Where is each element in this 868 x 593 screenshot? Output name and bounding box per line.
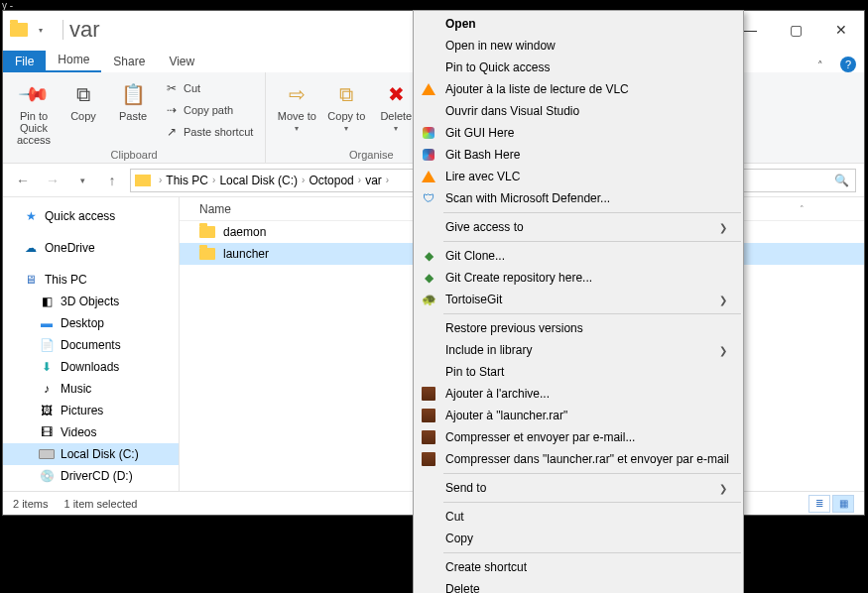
nav-label: Pictures [61,404,103,417]
back-button[interactable]: ← [11,169,35,192]
ctx-add-rar[interactable]: Ajouter à "launcher.rar" [414,405,743,426]
up-button[interactable]: ↑ [100,169,124,192]
pin-label: Pin to Quick access [11,110,57,146]
nav-pictures[interactable]: 🖼Pictures [3,400,179,421]
ctx-git-clone[interactable]: ◆Git Clone... [414,245,743,267]
cut-button[interactable]: ✂Cut [160,78,257,98]
copy-button[interactable]: ⧉ Copy [61,76,106,122]
tab-home[interactable]: Home [46,49,101,72]
nav-local-disk[interactable]: Local Disk (C:) [3,443,179,465]
ctx-delete[interactable]: Delete [414,578,743,593]
nav-music[interactable]: ♪Music [3,378,179,400]
nav-desktop[interactable]: ▬Desktop [3,312,179,334]
ctx-git-gui[interactable]: Git GUI Here [414,122,743,144]
copy-to-label: Copy to [327,110,365,122]
breadcrumb[interactable]: Octopod [309,174,353,187]
ctx-defender[interactable]: 🛡Scan with Microsoft Defender... [414,187,743,209]
copy-path-button[interactable]: ⇢Copy path [160,100,257,120]
help-icon[interactable]: ? [840,57,856,72]
pin-icon: 📌 [20,80,48,108]
ctx-label: Ajouter à "launcher.rar" [445,409,567,422]
ctx-pin-quick-access[interactable]: Pin to Quick access [414,57,743,78]
ctx-label: Include in library [445,343,532,357]
tab-file[interactable]: File [3,51,46,72]
copy-icon: ⧉ [69,80,97,108]
folder-icon [135,175,151,186]
maximize-button[interactable]: ▢ [773,15,818,45]
scissors-icon: ✂ [164,80,180,96]
paste-shortcut-button[interactable]: ↗Paste shortcut [160,122,257,142]
ctx-vlc-play[interactable]: Lire avec VLC [414,166,743,187]
ctx-label: Scan with Microsoft Defender... [445,191,610,205]
breadcrumb[interactable]: var [365,174,382,187]
search-icon: 🔍 [834,174,849,187]
breadcrumb[interactable]: This PC [166,174,208,187]
forward-button[interactable]: → [41,169,64,192]
nav-onedrive[interactable]: ☁OneDrive [3,237,179,259]
ctx-copy[interactable]: Copy [414,528,743,549]
window-title: var [69,17,100,43]
pin-to-quick-access-button[interactable]: 📌 Pin to Quick access [11,76,57,146]
qat-dropdown-icon[interactable]: ▾ [31,20,51,40]
tab-view[interactable]: View [157,51,206,72]
ctx-compress-email[interactable]: Compresser et envoyer par e-mail... [414,426,743,448]
nav-drivercd[interactable]: 💿DriverCD (D:) [3,465,179,487]
star-icon: ★ [23,209,39,223]
move-to-label: Move to [278,110,316,122]
ctx-restore[interactable]: Restore previous versions [414,317,743,339]
ctx-open[interactable]: Open [414,13,743,35]
ctx-git-create[interactable]: ◆Git Create repository here... [414,267,743,289]
pc-icon: 🖥 [23,273,39,287]
ctx-visual-studio[interactable]: Ouvrir dans Visual Studio [414,100,743,122]
ctx-give-access[interactable]: Give access to❯ [414,216,743,238]
tab-share[interactable]: Share [101,51,157,72]
nav-downloads[interactable]: ⬇Downloads [3,356,179,378]
breadcrumb[interactable]: Local Disk (C:) [219,174,298,187]
ctx-include-library[interactable]: Include in library❯ [414,339,743,361]
close-button[interactable]: ✕ [818,15,864,45]
drive-icon [39,447,55,461]
ctx-create-shortcut[interactable]: Create shortcut [414,556,743,578]
ctx-send-to[interactable]: Send to❯ [414,477,743,499]
view-large-icons-icon[interactable]: ▦ [832,495,854,513]
nav-this-pc[interactable]: 🖥This PC [3,269,179,291]
ctx-add-archive[interactable]: Ajouter à l'archive... [414,383,743,405]
nav-documents[interactable]: 📄Documents [3,334,179,356]
context-menu: Open Open in new window Pin to Quick acc… [413,10,744,593]
copy-to-button[interactable]: ⧉ Copy to ▾ [323,76,369,133]
ctx-git-bash[interactable]: Git Bash Here [414,144,743,166]
ctx-pin-start[interactable]: Pin to Start [414,361,743,383]
git-gui-icon [420,124,437,142]
ctx-cut[interactable]: Cut [414,506,743,528]
tortoise-icon: ◆ [420,269,437,287]
ctx-label: Ajouter à l'archive... [445,387,550,401]
ctx-label: Give access to [445,220,524,234]
nav-label: Quick access [45,209,115,223]
nav-3d-objects[interactable]: ◧3D Objects [3,291,179,312]
nav-videos[interactable]: 🎞Videos [3,421,179,443]
rar-icon [420,407,437,424]
item-count: 2 items [13,498,48,510]
item-name: launcher [223,247,269,261]
vlc-icon [420,168,437,185]
nav-label: 3D Objects [61,295,119,308]
rar-icon [420,428,437,446]
separator [443,241,741,242]
paste-button[interactable]: 📋 Paste [110,76,156,122]
ctx-open-new-window[interactable]: Open in new window [414,35,743,57]
folder-icon [199,226,215,238]
ctx-compress-rar-email[interactable]: Compresser dans "launcher.rar" et envoye… [414,448,743,470]
ctx-tortoisegit[interactable]: 🐢TortoiseGit❯ [414,289,743,310]
move-to-button[interactable]: ⇨ Move to ▾ [274,76,319,133]
ribbon-collapse-icon[interactable]: ˄ [808,59,832,72]
copy-path-icon: ⇢ [164,102,180,118]
recent-locations-button[interactable]: ▾ [70,169,94,192]
column-name[interactable]: Name [199,202,231,216]
paste-shortcut-label: Paste shortcut [184,126,253,138]
ctx-label: Compresser et envoyer par e-mail... [445,430,635,444]
separator [443,313,741,314]
nav-quick-access[interactable]: ★Quick access [3,205,179,227]
nav-label: Local Disk (C:) [61,447,139,461]
ctx-vlc-playlist[interactable]: Ajouter à la liste de lecture de VLC [414,78,743,100]
view-details-icon[interactable]: ≣ [808,495,830,513]
